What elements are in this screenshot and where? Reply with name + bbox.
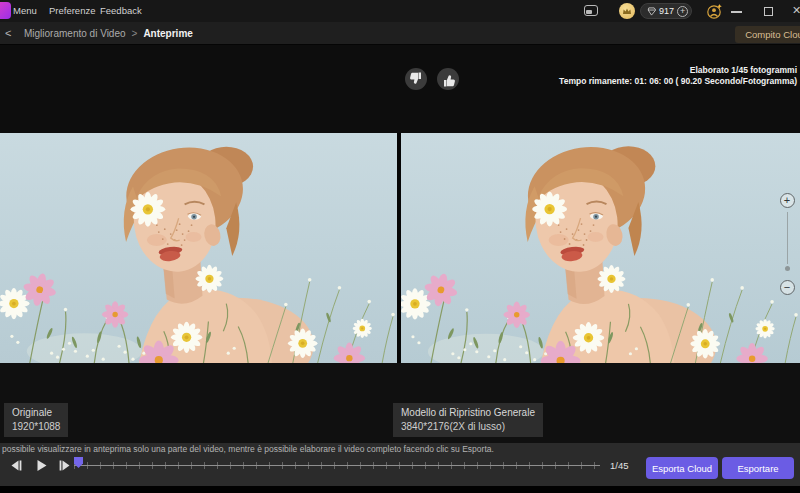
label-strip: Originale 1920*1088 Modello di Ripristin… [0, 363, 800, 443]
back-chevron-icon[interactable]: < [2, 27, 18, 39]
enhanced-resolution: 3840*2176(2X di lusso) [401, 420, 535, 434]
breadcrumb-bar: < Miglioramento di Video > Anteprime Com… [0, 22, 800, 45]
zoom-in-button[interactable]: + [780, 193, 795, 208]
user-star-icon [706, 3, 723, 20]
thumbs-down-button[interactable] [405, 68, 427, 90]
export-cloud-button[interactable]: Esporta Cloud [646, 457, 718, 479]
timeline-track[interactable] [74, 465, 600, 466]
preview-notice-text: possibile visualizzare in anteprima solo… [2, 444, 494, 454]
menu-item-menu[interactable]: Menu [13, 5, 37, 16]
status-zone: Elaborato 1/45 fotogrammi Tempo rimanent… [0, 45, 800, 133]
menu-item-feedback[interactable]: Feedback [100, 5, 142, 16]
original-label: Originale [12, 406, 60, 420]
playback-footer: possibile visualizzare in anteprima solo… [0, 443, 800, 486]
account-icon[interactable] [706, 3, 723, 20]
play-icon [35, 459, 48, 472]
window-maximize-button[interactable] [764, 7, 773, 16]
bottom-strip [0, 486, 800, 493]
export-button[interactable]: Esportare [722, 457, 794, 479]
cloud-task-button[interactable]: Compito Cloud [735, 26, 800, 43]
credits-count: 917 [659, 6, 674, 16]
crown-icon [622, 7, 632, 15]
timeline-slider[interactable] [74, 457, 600, 473]
diamond-icon [647, 7, 656, 16]
enhanced-model-label: Modello di Ripristino Generale [401, 406, 535, 420]
frame-counter: 1/45 [610, 460, 629, 471]
enhanced-label-badge: Modello di Ripristino Generale 3840*2176… [393, 403, 543, 437]
add-credits-icon[interactable]: + [677, 6, 688, 17]
thumbs-up-icon [441, 72, 456, 87]
previous-frame-icon [9, 459, 23, 472]
enhanced-video-frame [401, 133, 800, 363]
original-label-badge: Originale 1920*1088 [4, 403, 68, 437]
avatar-crown-icon[interactable] [619, 3, 635, 19]
time-remaining-text: Tempo rimanente: 01: 06: 00 ( 90.20 Seco… [559, 76, 797, 87]
breadcrumb-parent[interactable]: Miglioramento di Video [24, 28, 126, 39]
title-bar: Menu Preferenze Feedback 917 + ✕ [0, 0, 800, 22]
play-button[interactable] [33, 458, 49, 472]
original-video-frame [0, 133, 397, 363]
next-frame-button[interactable] [57, 458, 73, 472]
zoom-slider-track[interactable] [787, 212, 788, 264]
app-logo [0, 2, 11, 19]
enhanced-video-panel[interactable]: + − [401, 133, 800, 363]
comparison-preview: + − [0, 133, 800, 363]
frames-processed-text: Elaborato 1/45 fotogrammi [559, 65, 797, 76]
zoom-control: + − [779, 193, 795, 295]
menu-item-preferences[interactable]: Preferenze [49, 5, 95, 16]
breadcrumb-current: Anteprime [143, 28, 192, 39]
previous-frame-button[interactable] [8, 458, 24, 472]
thumbs-down-icon [409, 72, 424, 87]
zoom-slider-handle[interactable] [785, 266, 790, 271]
breadcrumb-separator: > [132, 28, 138, 39]
thumbs-up-button[interactable] [437, 68, 459, 90]
original-video-panel[interactable] [0, 133, 397, 363]
mini-player-icon[interactable] [584, 5, 598, 16]
zoom-out-button[interactable]: − [780, 280, 795, 295]
next-frame-icon [58, 459, 72, 472]
credits-pill[interactable]: 917 + [640, 3, 692, 19]
processing-status: Elaborato 1/45 fotogrammi Tempo rimanent… [559, 65, 797, 87]
window-minimize-button[interactable] [731, 11, 742, 13]
original-resolution: 1920*1088 [12, 420, 60, 434]
window-close-button[interactable]: ✕ [792, 4, 800, 17]
